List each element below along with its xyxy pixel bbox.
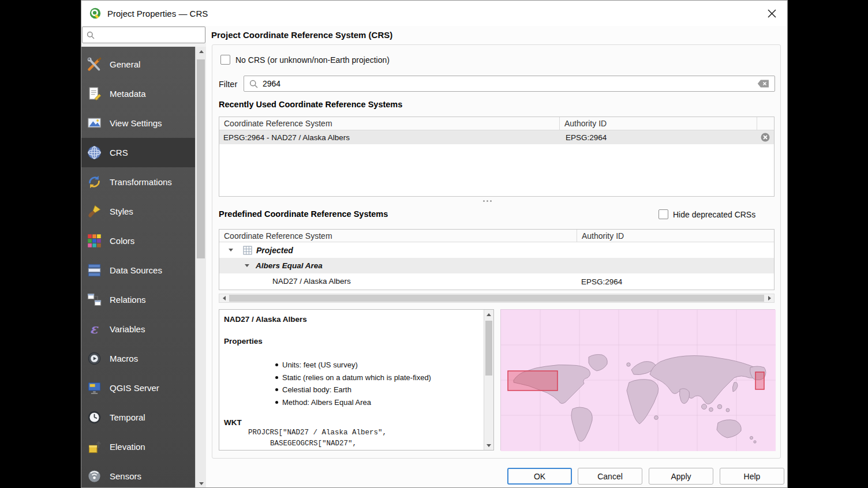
hide-deprecated-label: Hide deprecated CRSs (673, 210, 755, 219)
horizontal-scrollbar[interactable] (219, 294, 775, 303)
wkt-line: BASEGEOGCRS["NAD27", (270, 440, 357, 448)
world-map-preview-icon (501, 310, 776, 451)
sidebar-search-input[interactable] (98, 31, 201, 39)
sidebar-item-sensors[interactable]: Sensors (81, 461, 195, 488)
section-splitter-handle[interactable] (477, 198, 497, 203)
cancel-button[interactable]: Cancel (578, 468, 642, 485)
collapse-arrow-icon[interactable] (229, 249, 233, 251)
sidebar: General Metadata View Settings (81, 47, 195, 488)
data-sources-icon (87, 262, 102, 278)
view-settings-icon (87, 115, 102, 131)
color-grid-icon (87, 233, 102, 249)
tree-leaf-nad27[interactable]: NAD27 / Alaska Albers EPSG:2964 (219, 273, 774, 289)
leaf-crs-authority: EPSG:2964 (581, 277, 622, 286)
scroll-down-icon[interactable] (484, 441, 493, 450)
globe-icon (87, 145, 102, 160)
apply-button[interactable]: Apply (649, 468, 713, 485)
sidebar-item-relations[interactable]: Relations (81, 285, 195, 314)
sidebar-item-variables[interactable]: ε Variables (81, 314, 195, 344)
hide-deprecated-row: Hide deprecated CRSs (659, 209, 755, 219)
clock-icon (87, 410, 102, 425)
epsilon-icon: ε (87, 321, 102, 337)
sidebar-item-temporal[interactable]: Temporal (81, 403, 195, 432)
leaf-crs-name: NAD27 / Alaska Albers (272, 277, 351, 286)
tree-group-label: Projected (256, 246, 293, 255)
scroll-right-icon[interactable] (765, 294, 774, 302)
sidebar-item-label: QGIS Server (110, 383, 159, 393)
sidebar-scrollbar[interactable] (195, 47, 206, 488)
sidebar-item-label: Transformations (110, 177, 172, 187)
sidebar-item-label: Elevation (110, 442, 145, 452)
sidebar-item-general[interactable]: General (81, 50, 195, 79)
sensors-icon (87, 468, 102, 484)
no-crs-row: No CRS (or unknown/non-Earth projection) (220, 55, 390, 65)
scroll-up-icon[interactable] (196, 47, 207, 57)
recent-section-title: Recently Used Coordinate Reference Syste… (219, 100, 402, 109)
tree-group-projected[interactable]: Projected (219, 242, 774, 258)
details-properties-list: Units: feet (US survey) Static (relies o… (274, 359, 431, 408)
sidebar-item-qgis-server[interactable]: QGIS Server (81, 373, 195, 403)
close-icon[interactable] (765, 7, 778, 20)
filter-box (244, 76, 775, 92)
recent-crs-authority: EPSG:2964 (566, 133, 607, 142)
tools-icon (87, 57, 102, 72)
sidebar-item-label: Colors (110, 236, 134, 246)
sidebar-item-elevation[interactable]: Elevation (81, 432, 195, 461)
sidebar-item-colors[interactable]: Colors (81, 226, 195, 256)
predefined-section-title: Predefined Coordinate Reference Systems (219, 209, 388, 219)
no-crs-label: No CRS (or unknown/non-Earth projection) (235, 55, 390, 65)
sidebar-item-view-settings[interactable]: View Settings (81, 108, 195, 138)
project-properties-dialog: Project Properties — CRS General (81, 0, 788, 488)
sidebar-item-label: CRS (110, 148, 128, 157)
ok-button[interactable]: OK (507, 468, 572, 485)
tree-subgroup-albers[interactable]: Albers Equal Area (219, 258, 774, 273)
details-scrollbar[interactable] (484, 310, 493, 450)
sidebar-item-crs[interactable]: CRS (81, 138, 195, 167)
scroll-down-icon[interactable] (196, 479, 207, 488)
column-header-extra (757, 117, 774, 130)
titlebar: Project Properties — CRS (81, 1, 787, 26)
wkt-line: PROJCRS["NAD27 / Alaska Albers", (248, 429, 387, 437)
scroll-up-icon[interactable] (484, 310, 493, 319)
column-header-crs[interactable]: Coordinate Reference System (219, 230, 577, 242)
recent-crs-row[interactable]: EPSG:2964 - NAD27 / Alaska Albers EPSG:2… (219, 130, 774, 144)
elevation-icon (87, 439, 102, 455)
recent-table-header: Coordinate Reference System Authority ID (219, 117, 774, 130)
clear-filter-icon[interactable] (757, 80, 769, 88)
collapse-arrow-icon[interactable] (245, 264, 249, 267)
relations-icon (87, 292, 102, 307)
filter-label: Filter (219, 80, 237, 89)
svg-text:ε: ε (90, 321, 99, 336)
column-header-authority[interactable]: Authority ID (560, 117, 757, 130)
remove-recent-crs-icon[interactable] (761, 133, 770, 144)
sidebar-item-data-sources[interactable]: Data Sources (81, 256, 195, 285)
horizontal-scrollbar-thumb[interactable] (229, 295, 764, 302)
sidebar-item-label: General (110, 59, 140, 69)
property-item: Static (relies on a datum which is plate… (274, 371, 431, 384)
sidebar-item-label: Macros (110, 354, 138, 363)
sidebar-item-label: Metadata (110, 89, 146, 99)
details-scrollbar-thumb[interactable] (485, 321, 492, 376)
scroll-left-icon[interactable] (219, 294, 229, 302)
property-item: Method: Albers Equal Area (274, 396, 431, 409)
macros-icon (87, 351, 102, 366)
filter-input[interactable] (263, 79, 753, 88)
help-button[interactable]: Help (720, 468, 784, 485)
transformations-icon (87, 174, 102, 190)
recent-crs-table: Coordinate Reference System Authority ID… (219, 117, 775, 197)
sidebar-item-metadata[interactable]: Metadata (81, 79, 195, 108)
no-crs-checkbox[interactable] (220, 55, 230, 65)
sidebar-item-styles[interactable]: Styles (81, 197, 195, 226)
server-icon (87, 380, 102, 396)
sidebar-item-label: View Settings (110, 118, 162, 128)
crs-extent-map (500, 309, 775, 451)
sidebar-scrollbar-thumb[interactable] (197, 59, 205, 258)
sidebar-item-transformations[interactable]: Transformations (81, 167, 195, 197)
sidebar-item-macros[interactable]: Macros (81, 344, 195, 373)
search-icon (87, 31, 95, 39)
hide-deprecated-checkbox[interactable] (659, 209, 668, 219)
qgis-logo-icon (89, 7, 102, 20)
column-header-crs[interactable]: Coordinate Reference System (219, 117, 560, 130)
projected-grid-icon (243, 246, 252, 255)
column-header-authority[interactable]: Authority ID (577, 230, 774, 242)
